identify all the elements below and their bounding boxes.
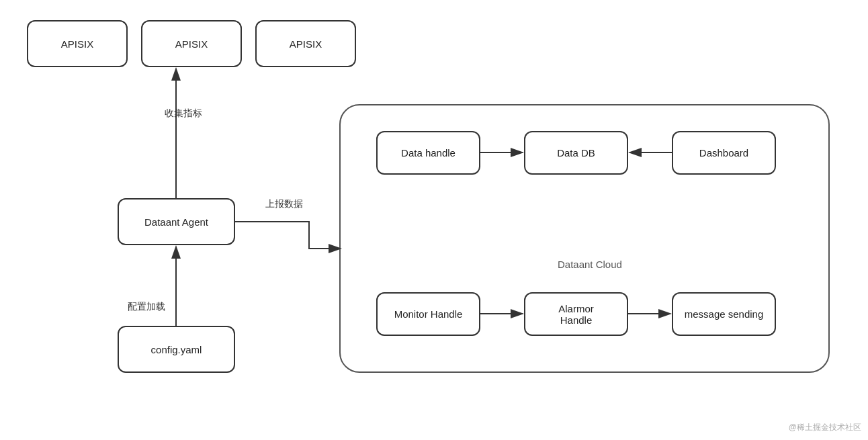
watermark: @稀土掘金技术社区 [789,422,861,433]
box-data-db: Data DB [524,131,628,175]
label-collect-metrics: 收集指标 [165,107,202,120]
box-apisix3: APISIX [255,20,356,67]
box-data-handle: Data handle [376,131,480,175]
box-dashboard: Dashboard [672,131,776,175]
box-dataant-agent: Dataant Agent [118,198,235,245]
box-apisix1: APISIX [27,20,128,67]
box-config-yaml: config.yaml [118,326,235,373]
box-alarmor-handle: Alarmor Handle [524,292,628,336]
diagram-container: Dataant Cloud APISIX APISIX APISIX Dataa… [0,0,868,440]
box-message-sending: message sending [672,292,776,336]
cloud-label: Dataant Cloud [558,259,622,270]
label-report-data: 上报数据 [265,198,303,210]
label-config-load: 配置加载 [128,301,165,313]
box-monitor-handle: Monitor Handle [376,292,480,336]
box-apisix2: APISIX [141,20,242,67]
